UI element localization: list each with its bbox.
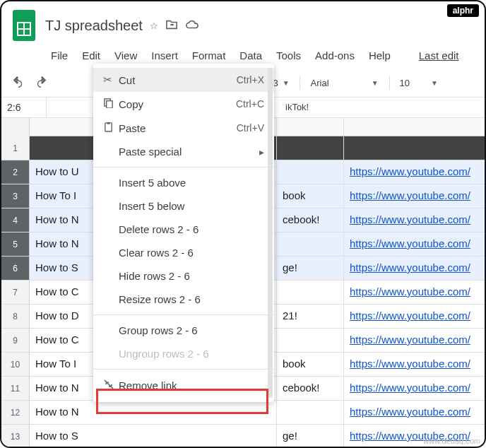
cell[interactable]: cebook!	[277, 377, 344, 401]
last-edit-link[interactable]: Last edit	[413, 47, 465, 64]
menu-addons[interactable]: Add-ons	[309, 47, 360, 64]
redo-button[interactable]	[31, 73, 51, 93]
paste-icon	[103, 122, 119, 134]
cell[interactable]: How to S	[30, 425, 277, 448]
cell-link[interactable]: https://www.youtube.com/	[344, 160, 486, 184]
cell[interactable]	[277, 160, 344, 184]
cell-link[interactable]: https://www.youtube.com/	[344, 281, 486, 305]
ctx-insert-below[interactable]: Insert 5 below	[93, 194, 274, 218]
cell[interactable]: book	[277, 184, 344, 208]
ctx-clear-rows[interactable]: Clear rows 2 - 6	[93, 241, 274, 264]
svg-rect-7	[107, 122, 110, 124]
cell[interactable]: ge!	[277, 425, 344, 448]
ctx-hide-rows[interactable]: Hide rows 2 - 6	[93, 264, 274, 288]
ctx-resize-rows[interactable]: Resize rows 2 - 6	[93, 288, 274, 311]
row-header[interactable]: 3	[1, 184, 30, 208]
cell-link[interactable]: https://www.youtube.com/	[344, 329, 486, 353]
row-header[interactable]: 8	[1, 305, 30, 329]
row-header[interactable]: 6	[1, 257, 30, 281]
ctx-copy[interactable]: Copy Ctrl+C	[93, 92, 274, 116]
row-header[interactable]: 11	[1, 377, 30, 401]
row-header[interactable]: 7	[1, 281, 30, 305]
ctx-delete-rows[interactable]: Delete rows 2 - 6	[93, 218, 274, 241]
doc-title[interactable]: TJ spreadsheet	[45, 18, 143, 34]
remove-link-icon	[103, 379, 119, 392]
cell-link[interactable]: https://www.youtube.com/	[344, 232, 486, 257]
cell[interactable]: book	[277, 353, 344, 377]
ctx-paste[interactable]: Paste Ctrl+V	[93, 116, 274, 140]
row-header[interactable]: 2	[1, 160, 30, 184]
cell[interactable]	[277, 329, 344, 353]
cell-link[interactable]: https://www.youtube.com/	[344, 377, 486, 401]
cut-icon: ✂	[103, 73, 119, 86]
cell-link[interactable]: https://www.youtube.com/	[344, 305, 486, 329]
fx-icon	[47, 98, 61, 117]
menu-data[interactable]: Data	[234, 47, 268, 64]
row-header[interactable]: 12	[1, 401, 30, 425]
undo-button[interactable]	[8, 73, 28, 93]
cell[interactable]: cebook!	[277, 208, 344, 232]
cell[interactable]: ge!	[277, 257, 344, 281]
cell-link[interactable]: https://www.youtube.com/	[344, 257, 486, 281]
copy-icon	[103, 98, 119, 110]
menu-edit[interactable]: Edit	[76, 47, 106, 64]
font-select[interactable]: Arial▼	[306, 77, 384, 89]
menubar: File Edit View Insert Format Data Tools …	[45, 47, 476, 64]
ctx-paste-special[interactable]: Paste special ▸	[93, 140, 274, 163]
row-header[interactable]: 5	[1, 232, 30, 257]
watermark: www.deuaq.com	[423, 437, 480, 445]
cloud-icon[interactable]	[185, 20, 199, 32]
menu-file[interactable]: File	[45, 47, 73, 64]
cell[interactable]	[277, 232, 344, 257]
cell-link[interactable]: https://www.youtube.com/	[344, 401, 486, 425]
menu-tools[interactable]: Tools	[271, 47, 307, 64]
formula-value[interactable]: ikTok!	[285, 98, 485, 117]
cell[interactable]: How to N	[30, 401, 277, 425]
sheets-logo[interactable]	[10, 7, 38, 44]
ctx-group-rows[interactable]: Group rows 2 - 6	[93, 319, 274, 342]
svg-rect-5	[107, 101, 112, 108]
row-header[interactable]: 4	[1, 208, 30, 232]
ctx-remove-link[interactable]: Remove link	[93, 373, 274, 398]
menu-insert[interactable]: Insert	[146, 47, 184, 64]
menu-view[interactable]: View	[109, 47, 143, 64]
table-row[interactable]: How to Nhttps://www.youtube.com/	[30, 401, 486, 425]
ctx-insert-above[interactable]: Insert 5 above	[93, 171, 274, 194]
star-icon[interactable]: ☆	[150, 20, 158, 31]
menu-help[interactable]: Help	[363, 47, 396, 64]
name-box[interactable]: 2:6	[1, 98, 47, 117]
cell[interactable]	[277, 401, 344, 425]
cell[interactable]: 21!	[277, 305, 344, 329]
context-menu: ✂ Cut Ctrl+X Copy Ctrl+C Paste Ctrl+V Pa…	[93, 64, 274, 402]
cell-link[interactable]: https://www.youtube.com/	[344, 353, 486, 377]
ctx-ungroup-rows: Ungroup rows 2 - 6	[93, 342, 274, 365]
submenu-arrow-icon: ▸	[259, 146, 264, 158]
row-header[interactable]: 1	[1, 136, 30, 160]
table-row[interactable]: How to Sge!https://www.youtube.com/	[30, 425, 486, 448]
row-header[interactable]: 13	[1, 425, 30, 448]
menu-scrollbar[interactable]	[268, 68, 273, 398]
cell-link[interactable]: https://www.youtube.com/	[344, 208, 486, 232]
row-header[interactable]: 9	[1, 329, 30, 353]
font-size-select[interactable]: 10▼	[396, 78, 442, 88]
ctx-cut[interactable]: ✂ Cut Ctrl+X	[93, 68, 274, 92]
move-icon[interactable]	[165, 19, 178, 33]
cell[interactable]	[277, 281, 344, 305]
cell-link[interactable]: https://www.youtube.com/	[344, 184, 486, 208]
row-header[interactable]: 10	[1, 353, 30, 377]
brand-badge: alphr	[447, 4, 479, 17]
menu-format[interactable]: Format	[186, 47, 232, 64]
